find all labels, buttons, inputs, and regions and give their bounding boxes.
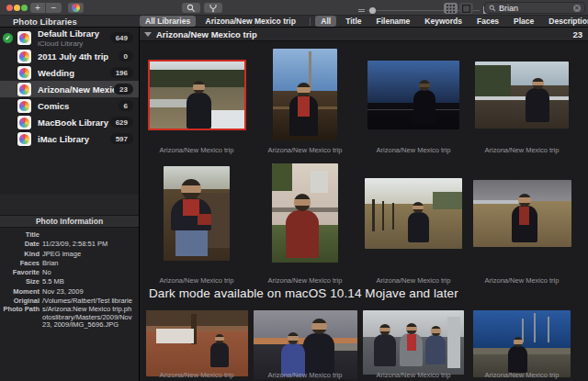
person-figure	[210, 342, 228, 368]
disclosure-triangle-icon[interactable]	[144, 32, 152, 37]
library-tab-1[interactable]: Arizona/New Mexico trip	[200, 16, 301, 27]
info-row: Title	[0, 231, 139, 240]
photo-thumbnail-8[interactable]	[473, 180, 571, 247]
photo-detail	[475, 96, 569, 100]
add-remove-library-segment: + −	[30, 3, 62, 13]
library-icon	[17, 66, 31, 80]
library-icon	[17, 31, 31, 45]
library-icon	[17, 132, 31, 146]
photo-cell: Arizona/New Mexico trip	[468, 46, 576, 156]
scope-tab-3[interactable]: Keywords	[419, 16, 468, 27]
info-value	[42, 231, 139, 240]
info-value: Nov 23, 2009	[42, 288, 139, 297]
add-library-button[interactable]: +	[30, 3, 46, 13]
scope-tab-2[interactable]: Filename	[371, 16, 416, 27]
library-title: Comics	[38, 101, 119, 111]
photo-thumbnail-4[interactable]	[475, 62, 569, 129]
dark-mode-banner: Dark mode available on macOS 10.14 Mojav…	[149, 286, 458, 300]
photo-thumbnail-2[interactable]	[273, 49, 337, 140]
scope-tab-1[interactable]: Title	[340, 16, 367, 27]
single-view-icon	[462, 5, 470, 13]
section-header[interactable]: Arizona/New Mexico trip 23	[140, 28, 588, 41]
person-scarf	[407, 334, 416, 351]
library-text: Arizona/New Mexico trip	[38, 84, 114, 95]
sidebar-item-2011-july-4th-trip[interactable]: 2011 July 4th trip0	[0, 48, 139, 64]
photo-thumbnail-10[interactable]	[254, 310, 357, 379]
sidebar-item-macbook-library[interactable]: MacBook Library629	[0, 114, 139, 130]
info-value: 5.5 MB	[42, 278, 139, 286]
person-figure	[374, 334, 396, 365]
remove-library-button[interactable]: −	[46, 3, 62, 13]
count-badge: 597	[110, 133, 133, 144]
photo-detail	[309, 51, 311, 90]
clear-search-icon[interactable]: ✕	[573, 5, 581, 12]
library-icon	[17, 50, 31, 63]
photo-detail	[150, 99, 189, 107]
scope-tab-0[interactable]: All	[315, 16, 336, 27]
sidebar-item-arizona-new-mexico-trip[interactable]: Arizona/New Mexico trip23	[0, 81, 139, 97]
library-tab-0[interactable]: All Libraries	[140, 16, 196, 27]
check-placeholder	[3, 118, 13, 128]
photo-cell: Arizona/New Mexico trip	[468, 307, 576, 381]
photo-thumbnail-1[interactable]	[148, 60, 246, 130]
search-input[interactable]	[496, 4, 573, 13]
open-in-photos-button[interactable]	[68, 3, 84, 13]
photo-detail	[433, 192, 462, 208]
photo-caption: Arizona/New Mexico trip	[135, 371, 258, 379]
photo-thumbnail-7[interactable]	[365, 178, 462, 249]
person-head	[181, 179, 201, 199]
photo-detail	[372, 199, 374, 231]
photo-detail	[146, 310, 248, 326]
find-duplicates-button[interactable]	[182, 3, 200, 13]
scope-tab-6[interactable]: Description	[543, 16, 588, 27]
photo-cell: Arizona/New Mexico trip	[359, 307, 468, 381]
app-window: + −	[0, 0, 588, 381]
photo-thumbnail-11[interactable]	[363, 310, 464, 375]
sidebar-footer-band	[0, 195, 139, 215]
photo-cell: Arizona/New Mexico trip	[251, 152, 359, 286]
photo-thumbnail-9[interactable]	[146, 310, 248, 376]
photo-detail	[548, 317, 549, 342]
library-sublabel: iCloud Library	[38, 39, 110, 48]
info-value: 11/23/09, 2:58:51 PM	[42, 241, 139, 249]
photo-cell: Arizona/New Mexico trip	[251, 307, 359, 381]
photo-thumbnail-5[interactable]	[164, 166, 230, 261]
info-label: Date	[0, 241, 42, 249]
sidebar-header: Photo Libraries	[13, 16, 77, 28]
check-placeholder	[3, 134, 13, 144]
photo-thumbnail-12[interactable]	[473, 310, 571, 377]
library-title: Arizona/New Mexico trip	[38, 84, 114, 95]
merge-libraries-button[interactable]	[204, 3, 222, 13]
photo-thumbnail-6[interactable]	[272, 163, 338, 263]
photo-thumbnail-3[interactable]	[368, 61, 459, 129]
zoom-button[interactable]	[21, 5, 28, 11]
library-text: Comics	[38, 101, 119, 111]
sidebar-item-imac-library[interactable]: iMac Library597	[0, 130, 139, 147]
scope-tab-5[interactable]: Place	[508, 16, 539, 27]
photo-detail	[382, 201, 384, 230]
library-title: Wedding	[38, 68, 110, 78]
info-label: Faces	[0, 260, 42, 268]
library-text: 2011 July 4th trip	[38, 51, 119, 62]
person-book	[198, 214, 211, 225]
info-label: Favorite	[0, 269, 42, 277]
grid-view-icon	[447, 5, 455, 13]
photo-detail	[534, 313, 536, 342]
sidebar-item-comics[interactable]: Comics6	[0, 97, 139, 114]
photo-caption: Arizona/New Mexico trip	[460, 371, 583, 379]
library-text: Wedding	[38, 68, 110, 78]
photo-cell: Arizona/New Mexico trip	[468, 152, 576, 286]
photo-cell: Arizona/New Mexico trip	[251, 46, 359, 156]
sidebar-item-wedding[interactable]: Wedding196	[0, 64, 139, 81]
person-scarf	[298, 96, 309, 117]
library-title: 2011 July 4th trip	[38, 51, 119, 62]
minimize-button[interactable]	[14, 5, 20, 11]
scope-tab-4[interactable]: Faces	[471, 16, 504, 27]
check-placeholder	[3, 51, 13, 62]
info-value: Brian	[42, 260, 139, 268]
photo-cell: Arizona/New Mexico trip	[142, 307, 251, 381]
sidebar-item-default-library[interactable]: ✓Default LibraryiCloud Library649	[0, 28, 139, 48]
photo-cell: Arizona/New Mexico trip	[142, 152, 251, 286]
close-button[interactable]	[6, 5, 13, 11]
check-icon: ✓	[3, 33, 13, 43]
